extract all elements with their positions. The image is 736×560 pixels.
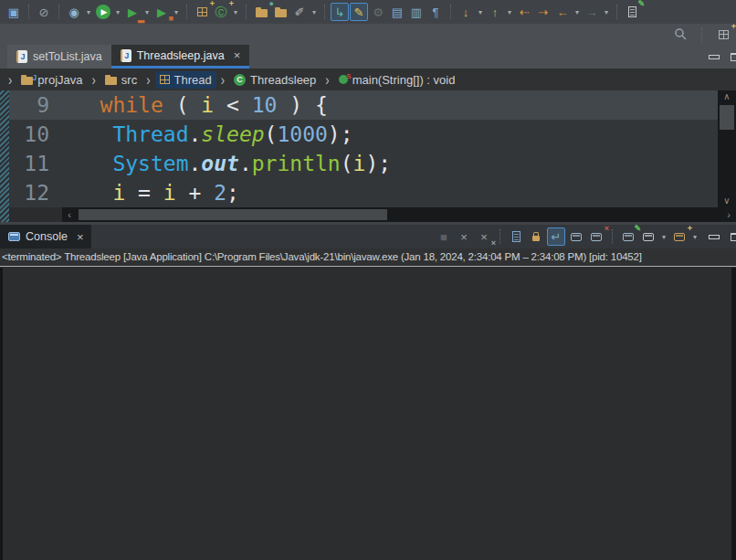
run-button[interactable]: ▶ bbox=[96, 5, 110, 19]
remove-all-terminated-button[interactable]: ×× bbox=[475, 227, 493, 246]
toggle-breadcrumb-icon: ↳ bbox=[335, 6, 345, 18]
tab-console[interactable]: Console × bbox=[0, 225, 91, 248]
format-source-button[interactable]: ▤ bbox=[388, 3, 406, 21]
code-line-11[interactable]: 11 System.out.println(i); bbox=[9, 149, 718, 178]
toggle-breadcrumb-button[interactable]: ↳ bbox=[331, 3, 349, 21]
scroll-lock-button[interactable] bbox=[527, 227, 545, 246]
debug-button[interactable]: ◉ bbox=[65, 3, 83, 21]
code-text[interactable]: System.out.println(i); bbox=[62, 149, 391, 178]
code-line-9[interactable]: 9 while ( i < 10 ) { bbox=[9, 90, 718, 120]
line-number[interactable]: 9 bbox=[9, 90, 62, 120]
line-number[interactable]: 12 bbox=[9, 178, 62, 207]
annotation-ruler[interactable] bbox=[0, 90, 9, 222]
perspective-plus-overlay: + bbox=[731, 23, 736, 31]
console-output[interactable] bbox=[0, 266, 736, 560]
next-annotation-button[interactable]: ↓ bbox=[457, 3, 475, 21]
build-all-button[interactable]: ⚙ bbox=[369, 3, 387, 21]
tab-threadsleep-java[interactable]: J Threadsleep.java × bbox=[111, 45, 250, 69]
code-text[interactable]: while ( i < 10 ) { bbox=[62, 90, 328, 120]
breadcrumb-item-java-project[interactable]: JprojJava bbox=[16, 71, 87, 89]
console-scrollbar-track[interactable] bbox=[731, 268, 736, 560]
open-task-button[interactable]: ● bbox=[252, 3, 270, 21]
skip-all-breakpoints-button[interactable]: ⊘ bbox=[35, 3, 53, 21]
maximize-view-button[interactable] bbox=[731, 53, 736, 61]
open-console-button[interactable]: + bbox=[670, 227, 689, 246]
breadcrumb-chevron-icon[interactable]: › bbox=[146, 70, 150, 89]
console-toolbar: ■×××↵×✎▾+▾ bbox=[435, 227, 699, 246]
minimize-view-button[interactable] bbox=[709, 55, 720, 59]
tab-settolist-java[interactable]: J setToList.java bbox=[7, 45, 111, 69]
vertical-scroll-thumb[interactable] bbox=[720, 105, 734, 130]
code-text[interactable]: i = i + 2; bbox=[62, 178, 239, 207]
display-selected-console-button[interactable] bbox=[639, 227, 657, 246]
annotation-marker-dropdown-icon[interactable]: ▾ bbox=[310, 8, 319, 16]
pin-console-button[interactable]: ✎ bbox=[619, 227, 637, 246]
code-line-12[interactable]: 12 i = i + 2; bbox=[9, 178, 718, 207]
horizontal-scroll-thumb[interactable] bbox=[79, 209, 387, 220]
top-strip: + bbox=[0, 24, 736, 45]
next-edit-location-button[interactable]: ⇢ bbox=[534, 3, 552, 21]
breadcrumb-chevron-icon[interactable]: › bbox=[91, 70, 95, 89]
previous-annotation-button[interactable]: ↑ bbox=[486, 3, 504, 21]
forward-history-button[interactable]: → bbox=[583, 3, 601, 21]
code-editor[interactable]: 9 while ( i < 10 ) {10 Thread.sleep(1000… bbox=[9, 90, 718, 207]
clear-console-button[interactable] bbox=[507, 227, 525, 246]
scroll-down-icon[interactable]: ∨ bbox=[723, 195, 730, 207]
show-whitespace-button[interactable]: ¶ bbox=[426, 3, 445, 21]
new-java-package-button[interactable]: + bbox=[193, 3, 211, 21]
toggle-block-selection-button[interactable]: ▥ bbox=[407, 3, 426, 21]
word-wrap-button[interactable]: ↵ bbox=[547, 227, 565, 246]
breadcrumb-item-source-folder[interactable]: src bbox=[100, 71, 142, 89]
new-wizard-button[interactable]: ▣ bbox=[5, 3, 23, 21]
console-minimize-button[interactable] bbox=[709, 235, 720, 239]
mark-occurrences-button[interactable]: ✎ bbox=[350, 3, 368, 21]
forward-history-dropdown-icon[interactable]: ▾ bbox=[602, 8, 611, 16]
toolbar-separator bbox=[450, 5, 451, 19]
run-dropdown-icon[interactable]: ▾ bbox=[113, 8, 122, 16]
open-resource-button[interactable] bbox=[271, 3, 289, 21]
code-text[interactable]: Thread.sleep(1000); bbox=[62, 120, 353, 149]
show-stdout-change-button[interactable] bbox=[567, 227, 585, 246]
open-console-dropdown-icon[interactable]: ▾ bbox=[690, 233, 699, 241]
back-history-dropdown-icon[interactable]: ▾ bbox=[573, 8, 582, 16]
remove-launch-button[interactable]: × bbox=[455, 227, 473, 246]
annotation-marker-button[interactable]: ✐ bbox=[290, 3, 309, 21]
code-line-10[interactable]: 10 Thread.sleep(1000); bbox=[9, 120, 718, 149]
remove-launch-icon: × bbox=[460, 231, 468, 243]
breadcrumb-item-class[interactable]: CThreadsleep bbox=[229, 71, 321, 89]
line-number[interactable]: 11 bbox=[9, 149, 62, 178]
open-console-icon bbox=[674, 233, 685, 241]
search-button[interactable] bbox=[671, 26, 689, 44]
new-untitled-text-file-button[interactable]: ✎ bbox=[623, 3, 641, 21]
horizontal-scrollbar[interactable]: ‹ › bbox=[9, 207, 736, 222]
debug-dropdown-icon[interactable]: ▾ bbox=[84, 8, 93, 16]
scroll-left-icon[interactable]: ‹ bbox=[62, 207, 77, 222]
line-number[interactable]: 10 bbox=[9, 120, 62, 149]
breadcrumb-chevron-icon[interactable]: › bbox=[221, 70, 225, 89]
close-console-icon[interactable]: × bbox=[77, 230, 84, 244]
next-annotation-dropdown-icon[interactable]: ▾ bbox=[476, 8, 485, 16]
vertical-scrollbar[interactable]: ∧ ∨ bbox=[718, 90, 736, 207]
breadcrumb-item-package[interactable]: Thread bbox=[155, 71, 216, 89]
display-selected-console-dropdown-icon[interactable]: ▾ bbox=[659, 233, 668, 241]
last-edit-location-button[interactable]: ⇠ bbox=[515, 3, 533, 21]
new-java-class-icon: Ⓒ bbox=[216, 6, 227, 18]
back-history-button[interactable]: ← bbox=[553, 3, 572, 21]
external-tools-button[interactable]: ▶■ bbox=[152, 3, 171, 21]
java-perspective-button[interactable]: + bbox=[714, 26, 732, 44]
previous-annotation-dropdown-icon[interactable]: ▾ bbox=[505, 8, 514, 16]
mark-occurrences-icon: ✎ bbox=[354, 6, 364, 18]
breadcrumb-chevron-icon[interactable]: › bbox=[8, 70, 12, 89]
show-stderr-change-button[interactable]: × bbox=[587, 227, 605, 246]
scroll-up-icon[interactable]: ∧ bbox=[723, 90, 730, 103]
breadcrumb-chevron-icon[interactable]: › bbox=[325, 70, 329, 89]
new-java-class-dropdown-icon[interactable]: ▾ bbox=[231, 8, 240, 16]
terminate-button[interactable]: ■ bbox=[435, 227, 453, 246]
new-java-class-button[interactable]: Ⓒ+ bbox=[212, 3, 230, 21]
forward-history-icon: → bbox=[586, 6, 598, 18]
coverage-button[interactable]: ▶▂ bbox=[123, 3, 142, 21]
console-maximize-button[interactable] bbox=[731, 233, 736, 241]
close-tab-icon[interactable]: × bbox=[234, 48, 241, 62]
breadcrumb-item-method[interactable]: Smain(String[]) : void bbox=[334, 71, 460, 89]
scroll-right-icon[interactable]: › bbox=[721, 207, 736, 222]
